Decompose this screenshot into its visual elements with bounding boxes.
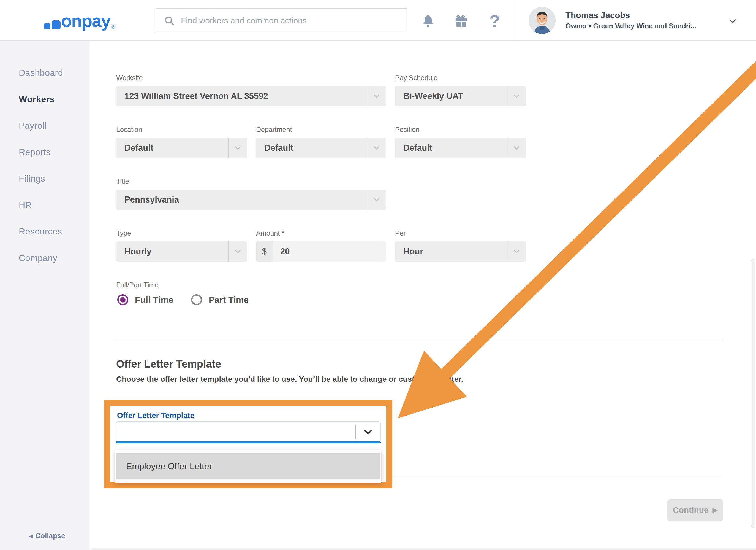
global-search[interactable] <box>156 8 407 33</box>
continue-caret-icon: ▶ <box>713 506 717 514</box>
department-value: Default <box>256 143 367 153</box>
offer-letter-template-select[interactable] <box>116 421 381 443</box>
option-employee-offer-letter[interactable]: Employee Offer Letter <box>116 453 380 479</box>
sidebar-item-payroll[interactable]: Payroll <box>0 112 90 139</box>
sidebar-item-filings[interactable]: Filings <box>0 165 90 192</box>
user-name: Thomas Jacobs <box>565 10 696 21</box>
chevron-down-icon[interactable] <box>507 138 526 158</box>
onpay-logo-text: onpay <box>61 12 110 30</box>
notifications-bell-icon[interactable] <box>418 11 438 30</box>
sidebar-item-workers[interactable]: Workers <box>0 86 90 112</box>
search-input[interactable] <box>181 16 399 25</box>
type-label: Type <box>116 229 131 237</box>
location-label: Location <box>116 126 142 134</box>
type-dropdown[interactable]: Hourly <box>116 241 247 262</box>
offer-letter-highlight-box: Offer Letter Template Employee Offer Let… <box>104 400 392 488</box>
worksite-dropdown[interactable]: 123 William Street Vernon AL 35592 <box>116 86 386 106</box>
offer-letter-options-panel: Employee Offer Letter <box>115 450 381 483</box>
search-icon <box>164 15 175 26</box>
chevron-down-icon[interactable] <box>367 138 386 158</box>
amount-input[interactable] <box>273 246 386 256</box>
chevron-down-icon[interactable] <box>228 138 247 158</box>
per-value: Hour <box>395 246 507 256</box>
sidebar-item-resources[interactable]: Resources <box>0 218 90 245</box>
onpay-logo-mark-icon <box>44 9 61 30</box>
sidebar-item-dashboard[interactable]: Dashboard <box>0 59 90 86</box>
user-role-company: Owner • Green Valley Wine and Sundri... <box>565 21 696 31</box>
user-menu[interactable]: Thomas Jacobs Owner • Green Valley Wine … <box>529 6 746 35</box>
chevron-down-icon[interactable] <box>367 86 386 106</box>
position-label: Position <box>395 126 420 134</box>
title-dropdown[interactable]: Pennsylvania <box>116 189 386 210</box>
amount-label: Amount * <box>256 229 284 237</box>
select-focus-underline <box>116 441 381 443</box>
chevron-down-icon[interactable] <box>507 241 526 262</box>
full-part-time-label: Full/Part Time <box>116 281 159 289</box>
department-dropdown[interactable]: Default <box>256 138 386 158</box>
position-value: Default <box>395 143 507 153</box>
bottom-strip <box>91 548 756 550</box>
per-dropdown[interactable]: Hour <box>395 241 526 262</box>
title-label: Title <box>116 177 129 185</box>
offer-letter-description: Choose the offer letter template you’d l… <box>116 375 463 384</box>
sidebar-nav: Dashboard Workers Payroll Reports Filing… <box>0 41 90 550</box>
help-icon[interactable]: ? <box>485 11 504 30</box>
sidebar-item-hr[interactable]: HR <box>0 192 90 218</box>
pay-schedule-label: Pay Schedule <box>395 74 437 82</box>
chevron-down-icon[interactable] <box>356 422 380 442</box>
sidebar-item-company[interactable]: Company <box>0 245 90 271</box>
vertical-scrollbar[interactable] <box>751 259 755 528</box>
offer-section-divider <box>392 478 724 478</box>
section-divider <box>116 341 724 342</box>
worksite-label: Worksite <box>116 74 143 82</box>
location-value: Default <box>116 143 228 153</box>
chevron-down-icon[interactable] <box>367 189 386 210</box>
title-value: Pennsylvania <box>116 195 367 205</box>
pay-schedule-dropdown[interactable]: Bi-Weekly UAT <box>395 86 526 106</box>
offer-letter-template-label: Offer Letter Template <box>117 411 194 420</box>
chevron-down-icon[interactable] <box>228 241 247 262</box>
department-label: Department <box>256 126 292 134</box>
onpay-logo[interactable]: onpay ® <box>44 9 115 30</box>
offer-letter-heading: Offer Letter Template <box>116 358 221 370</box>
full-time-radio[interactable] <box>117 294 128 305</box>
sidebar-collapse-button[interactable]: ◀ Collapse <box>29 532 65 540</box>
continue-button[interactable]: Continue ▶ <box>667 499 723 521</box>
worksite-value: 123 William Street Vernon AL 35592 <box>116 91 367 101</box>
location-dropdown[interactable]: Default <box>116 138 247 158</box>
pay-schedule-value: Bi-Weekly UAT <box>395 91 507 101</box>
amount-field: $ <box>256 241 386 262</box>
chevron-down-icon[interactable] <box>507 86 526 106</box>
part-time-radio-label[interactable]: Part Time <box>209 295 249 305</box>
top-bar: onpay ® ? <box>0 0 756 41</box>
collapse-label: Collapse <box>35 532 65 540</box>
part-time-radio[interactable] <box>191 294 202 305</box>
topbar-divider <box>515 0 515 40</box>
full-part-time-radio-group: Full Time Part Time <box>117 294 260 305</box>
gift-icon[interactable] <box>452 11 471 30</box>
collapse-arrow-icon: ◀ <box>29 533 33 539</box>
sidebar-item-reports[interactable]: Reports <box>0 139 90 165</box>
chevron-down-icon[interactable] <box>727 16 738 28</box>
registered-mark: ® <box>111 24 115 30</box>
currency-prefix: $ <box>256 241 273 262</box>
per-label: Per <box>395 229 406 237</box>
position-dropdown[interactable]: Default <box>395 138 526 158</box>
type-value: Hourly <box>116 246 228 256</box>
avatar <box>529 7 556 34</box>
full-time-radio-label[interactable]: Full Time <box>135 295 173 305</box>
